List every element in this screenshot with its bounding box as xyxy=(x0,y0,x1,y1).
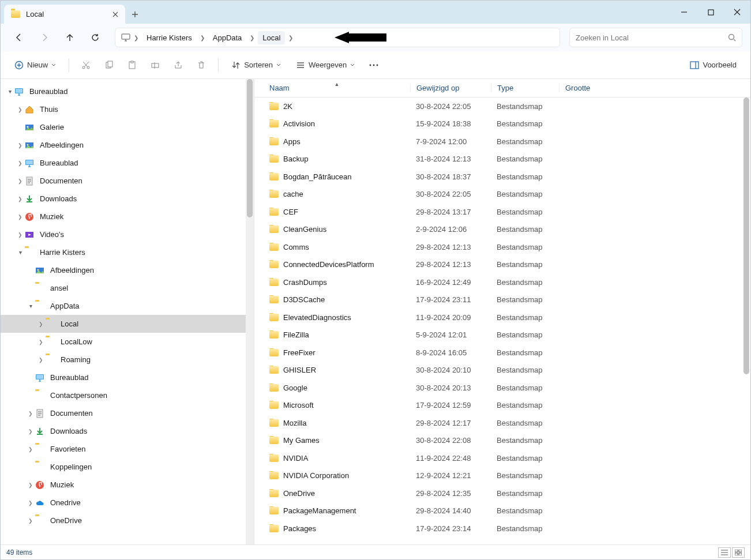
forward-button[interactable] xyxy=(34,28,55,47)
breadcrumb-item-current[interactable]: Local xyxy=(258,31,285,44)
tree-item[interactable]: Afbeeldingen xyxy=(1,261,254,279)
chevron-icon[interactable]: ❯ xyxy=(16,232,25,238)
tree-item[interactable]: ❯Muziek xyxy=(1,476,254,494)
column-name[interactable]: ▲Naam xyxy=(264,84,410,92)
table-row[interactable]: Google30-8-2024 20:13Bestandsmap xyxy=(254,379,750,397)
chevron-icon[interactable]: ▾ xyxy=(5,88,14,95)
chevron-icon[interactable]: ❯ xyxy=(36,339,46,345)
table-row[interactable]: cache30-8-2024 22:05Bestandsmap xyxy=(254,186,750,204)
tree-item[interactable]: ❯Thuis xyxy=(1,100,254,118)
scrollbar-thumb[interactable] xyxy=(744,97,749,374)
tree-item[interactable]: ❯Documenten xyxy=(1,172,254,190)
copy-button[interactable] xyxy=(99,57,119,73)
table-row[interactable]: Comms29-8-2024 12:13Bestandsmap xyxy=(254,238,750,256)
thumbnails-view-button[interactable] xyxy=(732,547,745,558)
tree-item[interactable]: ❯Downloads xyxy=(1,422,254,440)
chevron-icon[interactable]: ❯ xyxy=(36,357,46,363)
column-size[interactable]: Grootte xyxy=(559,84,605,92)
nav-pane[interactable]: ▾Bureaublad❯ThuisGalerie❯Afbeeldingen❯Bu… xyxy=(1,79,254,544)
column-type[interactable]: Type xyxy=(491,84,559,92)
maximize-button[interactable] xyxy=(697,1,724,24)
table-row[interactable]: Bogdan_Pătrăucean30-8-2024 18:37Bestands… xyxy=(254,168,750,186)
tree-item[interactable]: Contactpersonen xyxy=(1,386,254,404)
search-field[interactable] xyxy=(576,33,728,42)
chevron-icon[interactable]: ❯ xyxy=(26,482,35,488)
chevron-icon[interactable]: ❯ xyxy=(16,178,25,184)
tab[interactable]: Local xyxy=(4,5,125,24)
table-row[interactable]: Backup31-8-2024 12:13Bestandsmap xyxy=(254,151,750,168)
table-row[interactable]: 2K30-8-2024 22:05Bestandsmap xyxy=(254,97,750,115)
more-button[interactable] xyxy=(364,61,384,70)
scrollbar[interactable] xyxy=(742,79,750,544)
table-row[interactable]: FileZilla5-9-2024 12:01Bestandsmap xyxy=(254,326,750,344)
breadcrumb-item[interactable]: Harrie Kisters xyxy=(142,31,197,44)
new-button[interactable]: Nieuw xyxy=(9,57,62,73)
table-row[interactable]: PackageManagement29-8-2024 14:40Bestands… xyxy=(254,502,750,520)
scrollbar[interactable] xyxy=(246,79,254,544)
tree-item[interactable]: ❯LocalLow xyxy=(1,333,254,351)
tree-item[interactable]: ❯Muziek xyxy=(1,208,254,225)
table-row[interactable]: Packages17-9-2024 23:14Bestandsmap xyxy=(254,520,750,538)
view-button[interactable]: Weergeven xyxy=(290,57,361,73)
tree-item[interactable]: ▾Bureaublad xyxy=(1,82,254,100)
chevron-icon[interactable]: ❯ xyxy=(26,446,35,452)
minimize-button[interactable] xyxy=(671,1,697,24)
preview-button[interactable]: Voorbeeld xyxy=(684,57,742,73)
refresh-button[interactable] xyxy=(85,28,106,47)
chevron-icon[interactable]: ❯ xyxy=(26,429,35,434)
new-tab-button[interactable] xyxy=(125,5,145,24)
chevron-icon[interactable]: ❯ xyxy=(16,142,25,148)
delete-button[interactable] xyxy=(191,57,211,73)
paste-button[interactable] xyxy=(122,57,142,73)
tree-item[interactable]: ❯Onedrive xyxy=(1,494,254,512)
chevron-icon[interactable]: ❯ xyxy=(16,196,25,202)
table-row[interactable]: Microsoft17-9-2024 12:59Bestandsmap xyxy=(254,397,750,415)
table-row[interactable]: ElevatedDiagnostics11-9-2024 20:09Bestan… xyxy=(254,309,750,326)
tree-item[interactable]: Koppelingen xyxy=(1,458,254,476)
table-row[interactable]: Activision15-9-2024 18:38Bestandsmap xyxy=(254,115,750,133)
tree-item[interactable]: ▾AppData xyxy=(1,297,254,315)
table-row[interactable]: Mozilla29-8-2024 12:17Bestandsmap xyxy=(254,414,750,432)
column-modified[interactable]: Gewijzigd op xyxy=(410,84,491,92)
tree-item[interactable]: ❯Local xyxy=(1,315,254,333)
breadcrumb-item[interactable]: AppData xyxy=(208,31,247,44)
tree-item[interactable]: Galerie xyxy=(1,118,254,136)
chevron-icon[interactable]: ❯ xyxy=(26,411,35,416)
table-row[interactable]: CleanGenius2-9-2024 12:06Bestandsmap xyxy=(254,221,750,239)
tree-item[interactable]: Bureaublad xyxy=(1,369,254,386)
tree-item[interactable]: ❯OneDrive xyxy=(1,512,254,529)
tree-item[interactable]: ❯Video's xyxy=(1,225,254,243)
tree-item[interactable]: ❯Documenten xyxy=(1,404,254,422)
rename-button[interactable] xyxy=(145,57,165,73)
breadcrumb[interactable]: ❯ Harrie Kisters ❯ AppData ❯ Local ❯ xyxy=(115,28,560,47)
chevron-icon[interactable]: ❯ xyxy=(36,321,46,327)
cut-button[interactable] xyxy=(76,57,96,73)
tree-item[interactable]: ansel xyxy=(1,279,254,297)
table-row[interactable]: CEF29-8-2024 13:17Bestandsmap xyxy=(254,203,750,221)
tree-item[interactable]: ❯Downloads xyxy=(1,190,254,208)
table-row[interactable]: NVIDIA11-9-2024 22:48Bestandsmap xyxy=(254,449,750,467)
chevron-icon[interactable]: ❯ xyxy=(26,500,35,506)
chevron-icon[interactable]: ❯ xyxy=(16,214,25,220)
tree-item[interactable]: ❯Bureaublad xyxy=(1,154,254,172)
table-row[interactable]: GHISLER30-8-2024 20:10Bestandsmap xyxy=(254,362,750,379)
chevron-icon[interactable]: ❯ xyxy=(16,160,25,166)
share-button[interactable] xyxy=(168,57,188,73)
search-input[interactable] xyxy=(569,28,742,47)
table-row[interactable]: D3DSCache17-9-2024 23:11Bestandsmap xyxy=(254,291,750,309)
table-row[interactable]: ConnectedDevicesPlatform29-8-2024 12:13B… xyxy=(254,256,750,274)
table-row[interactable]: OneDrive29-8-2024 12:35Bestandsmap xyxy=(254,484,750,502)
chevron-icon[interactable]: ❯ xyxy=(16,107,25,112)
chevron-icon[interactable]: ▾ xyxy=(16,249,25,255)
scrollbar-thumb[interactable] xyxy=(247,79,253,217)
tree-item[interactable]: ❯Afbeeldingen xyxy=(1,136,254,154)
chevron-icon[interactable]: ❯ xyxy=(26,518,35,524)
tree-item[interactable]: ❯Roaming xyxy=(1,351,254,369)
details-view-button[interactable] xyxy=(718,547,731,558)
up-button[interactable] xyxy=(59,28,80,47)
tab-close-button[interactable] xyxy=(111,10,119,18)
chevron-icon[interactable]: ▾ xyxy=(26,303,35,309)
back-button[interactable] xyxy=(9,28,29,47)
close-button[interactable] xyxy=(724,1,750,24)
tree-item[interactable]: ❯Favorieten xyxy=(1,440,254,458)
